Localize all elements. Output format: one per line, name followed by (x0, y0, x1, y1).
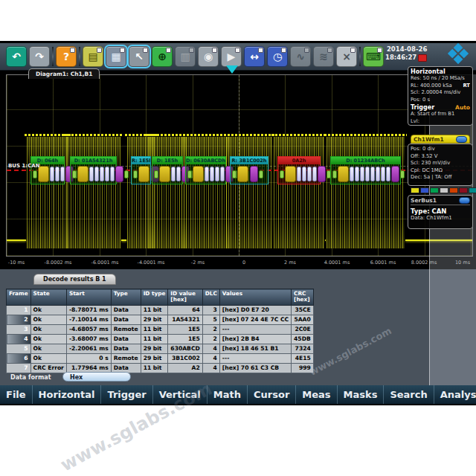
signal-minitab[interactable] (440, 187, 448, 193)
can-frame-label: D: 1E5h (152, 157, 182, 164)
signal-minitab[interactable] (459, 187, 468, 193)
ch1wfm1-tab[interactable]: Ch1Wfm1 (411, 135, 470, 144)
cell-state: Ok (30, 353, 66, 363)
toolbar-icon[interactable]: ≋ (313, 46, 334, 67)
trigger-panel-row: A: Start of frm B1 (411, 111, 470, 118)
signal-minitab[interactable] (469, 187, 476, 193)
cell-values: [hex] 70 61 C3 CB (219, 363, 291, 373)
menu-item[interactable]: Analysis (434, 385, 476, 404)
menu-item[interactable]: Math (208, 385, 248, 404)
cell-frame: 1 (7, 305, 31, 315)
cell-dlc: 5 (202, 315, 219, 324)
toolbar-icon[interactable]: ⌨ (363, 46, 384, 67)
table-row[interactable]: 6 Ok 0 s Remote 29 bit 3B1C002 4 --- 4E1… (7, 353, 314, 363)
menu-item[interactable]: Meas (296, 385, 337, 404)
signal-minitab[interactable] (430, 187, 439, 193)
signal-minitab[interactable] (449, 187, 458, 193)
horizontal-info-panel[interactable]: Horizontal Res: 50 ns / 20 MSa/sRL: 400.… (408, 66, 473, 126)
column-header[interactable]: Start (66, 289, 111, 306)
cell-type: Remote (111, 324, 141, 334)
crc-field (250, 166, 258, 182)
sof-field (154, 170, 158, 178)
toolbar-icon[interactable]: ⊕ (152, 46, 173, 67)
crc-field (318, 166, 326, 182)
table-row[interactable]: 3 Ok -4.68057 ms Remote 11 bit 1E5 2 ---… (7, 324, 314, 334)
waveform-plot[interactable]: D: 064h D: 01A54321h (6, 74, 473, 257)
cell-id-value: A2 (168, 363, 202, 373)
toolbar-icon[interactable]: ? (56, 46, 77, 67)
cell-id-value: 64 (168, 305, 202, 315)
signal-minitab[interactable] (411, 187, 419, 193)
serbus-type-label: Type: CAN (411, 208, 470, 215)
cell-state: CRC Error (30, 363, 66, 373)
toolbar-icon[interactable] (359, 47, 361, 66)
time-axis-tick: -4.0001 ms (138, 260, 165, 266)
toolbar-icon[interactable]: ◷ (267, 46, 288, 67)
time-axis-tick: 2 ms (284, 260, 296, 266)
column-header[interactable]: DLC (202, 289, 219, 306)
column-header[interactable]: Frame (7, 289, 31, 306)
toolbar-icon[interactable]: ◉ (198, 46, 219, 67)
crc-field (115, 166, 123, 182)
cell-values: --- (219, 353, 291, 363)
channel-settings-icon[interactable] (456, 136, 467, 143)
ch1wfm1-info-panel[interactable]: Pos: 0 divOff: 3.52 VScl: 230 mV/divCpl:… (408, 144, 473, 186)
can-frame-label: R: 1E5h (132, 157, 150, 164)
data-bytes (205, 167, 225, 181)
clock: 2014-08-26 18:46:27 (385, 45, 427, 62)
signal-minitab[interactable] (420, 187, 429, 193)
cell-type: Data (111, 344, 141, 353)
column-header[interactable]: ID type (141, 289, 168, 306)
column-header[interactable]: Type (111, 289, 141, 306)
menu-item[interactable]: File (0, 385, 33, 404)
sof-field (187, 170, 192, 178)
toolbar-icon[interactable] (79, 47, 80, 66)
table-row[interactable]: 4 Ok -3.68007 ms Data 11 bit 1E5 2 [hex]… (7, 334, 314, 344)
menu-item[interactable]: Horizontal (33, 385, 102, 404)
menu-item[interactable]: Trigger (101, 385, 152, 404)
toolbar-icon[interactable]: ∿ (290, 46, 311, 67)
time-axis-tick: -2 ms (191, 260, 205, 266)
cell-state: Ok (30, 334, 66, 344)
column-header[interactable]: CRC [hex] (292, 289, 314, 306)
serbus1-info-panel[interactable]: SerBus1 Type: CAN Data: Ch1Wfm1 (408, 195, 473, 229)
menu-item[interactable]: Masks (338, 385, 385, 404)
toolbar-icon[interactable]: ↷ (29, 46, 50, 67)
can-frame-label: D: 01A54321h (71, 157, 116, 164)
table-row[interactable]: 2 Ok -7.10014 ms Data 29 bit 1A54321 5 [… (7, 315, 314, 324)
diagram-tab[interactable]: Diagram1: Ch1,B1 (28, 68, 100, 79)
data-format-select[interactable]: Hex (62, 372, 131, 382)
toolbar-icon[interactable]: ▤ (83, 46, 103, 67)
toolbar-icon[interactable]: ▶ (221, 46, 242, 67)
cell-values: --- (219, 324, 291, 334)
toolbar-icon[interactable]: ▥ (175, 46, 196, 67)
trigger-position-marker[interactable] (226, 65, 238, 74)
toolbar-icon[interactable]: ▦ (106, 46, 126, 67)
data-bytes (89, 167, 115, 181)
table-row[interactable]: 5 Ok -2.20061 ms Data 29 bit 630ABCD 4 [… (7, 344, 314, 353)
menu-item[interactable]: Search (384, 385, 434, 404)
cell-dlc: 2 (202, 324, 219, 334)
cell-id-value: 1E5 (168, 334, 202, 344)
column-header[interactable]: State (30, 289, 66, 306)
time-axis-tick: 4.0001 ms (324, 260, 350, 266)
toolbar-icon[interactable]: ↖ (129, 46, 149, 67)
column-header[interactable]: ID value [hex] (168, 289, 202, 306)
data-bytes (171, 167, 181, 181)
table-row[interactable]: 1 Ok -8.78071 ms Data 11 bit 64 3 [hex] … (7, 305, 314, 315)
toolbar-icon[interactable]: × (336, 46, 357, 67)
time-axis-tick: 6.0001 ms (370, 260, 396, 266)
table-row[interactable]: 7 CRC Error 1.77964 ms Data 11 bit A2 4 … (7, 363, 314, 373)
toolbar-icon[interactable] (52, 47, 54, 66)
menu-item[interactable]: Cursor (248, 385, 296, 404)
serbus-settings-icon[interactable] (459, 197, 470, 204)
decode-results-tab[interactable]: Decode results B 1 (33, 274, 116, 285)
toolbar-icon[interactable]: ↔ (244, 46, 265, 67)
toolbar-icon[interactable]: ↶ (6, 46, 27, 67)
decode-results-area: Decode results B 1 FrameStateStartTypeID… (0, 269, 476, 385)
cell-frame: 4 (7, 334, 31, 344)
signal-minitabs[interactable] (411, 187, 476, 193)
menu-item[interactable]: Vertical (153, 385, 208, 404)
time-axis-tick: -6.0001 ms (91, 260, 119, 266)
column-header[interactable]: Values (219, 289, 291, 306)
